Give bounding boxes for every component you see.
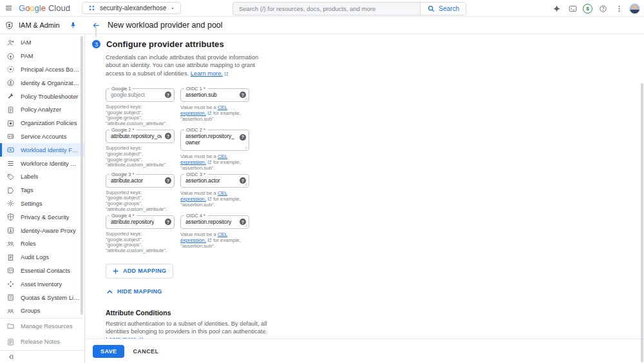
search-button[interactable]: Search <box>420 3 466 15</box>
sidebar-item[interactable]: Workload Identity Federation <box>0 143 84 157</box>
sidebar-item[interactable]: PAM <box>0 50 84 63</box>
sidebar-item[interactable]: Principal Access Boundary <box>0 63 84 77</box>
project-selector[interactable]: security-alexanderhose <box>82 2 181 14</box>
help-question-icon[interactable]: ? <box>165 92 171 98</box>
sidebar-item-label: Service Accounts <box>21 133 66 140</box>
oidc-field-label: OIDC 2 * <box>184 127 207 133</box>
sidebar-item[interactable]: Groups <box>0 304 84 318</box>
sidebar-item[interactable]: Identity & Organization <box>0 76 84 90</box>
sidebar-item[interactable]: IAM <box>0 36 84 50</box>
chevron-up-icon <box>106 288 114 296</box>
collapse-nav-icon[interactable] <box>5 351 15 362</box>
sidebar-item-icon <box>6 173 15 181</box>
iam-admin-shield-icon <box>5 21 14 30</box>
external-link-icon <box>207 160 212 164</box>
cloud-shell-icon[interactable] <box>567 3 578 14</box>
hamburger-menu-icon[interactable] <box>0 0 17 17</box>
sidebar-item-icon <box>6 132 15 141</box>
search-button-label: Search <box>439 5 459 12</box>
main-scrollbar[interactable] <box>641 83 643 362</box>
resize-handle-icon[interactable] <box>243 96 248 101</box>
sidebar-item-label: Privacy & Security <box>21 214 69 221</box>
google-attribute-field[interactable]: Google 2 * attribute.repository_owner ? <box>106 130 175 143</box>
sidebar-item-icon <box>6 79 15 87</box>
stepper-connector-line <box>95 26 97 37</box>
step-description-text: Credentials can include attributes that … <box>106 54 258 77</box>
sidebar-item[interactable]: Release Notes <box>0 334 84 350</box>
form-area: 3 Configure provider attributes Credenti… <box>86 34 639 338</box>
external-link-icon <box>207 111 212 115</box>
add-mapping-button[interactable]: ADD MAPPING <box>106 264 173 279</box>
google-attribute-field[interactable]: Google 3 * attribute.actor ? <box>106 174 175 188</box>
google-cloud-logo[interactable]: Google Cloud <box>19 3 70 13</box>
billing-credit-badge[interactable]: $ <box>583 4 592 14</box>
help-question-icon[interactable]: ? <box>240 134 246 141</box>
sidebar-item[interactable]: Identity-Aware Proxy <box>0 224 84 237</box>
sidebar-scrollbar[interactable] <box>80 36 83 315</box>
sidebar-item-label: Tags <box>21 187 33 193</box>
save-button[interactable]: SAVE <box>93 345 124 358</box>
external-link-icon <box>207 238 212 242</box>
sidebar-item-label: Labels <box>21 173 38 180</box>
sidebar-item[interactable]: Essential Contacts <box>0 264 84 278</box>
sidebar-item[interactable]: Workforce Identity Federation <box>0 157 84 170</box>
sidebar-item-label: Roles <box>21 240 36 247</box>
sidebar-item[interactable]: Quotas & System Limits <box>0 291 84 304</box>
google-field-label: Google 1 <box>109 86 133 92</box>
search-input[interactable] <box>233 3 420 15</box>
sidebar-item[interactable]: Privacy & Security <box>0 210 84 224</box>
app-bar: Google Cloud security-alexanderhose Sear… <box>0 0 644 17</box>
sidebar-item-icon <box>6 186 15 195</box>
sidebar-item-icon <box>6 92 15 101</box>
oidc-field-value: assertion.sub <box>185 92 217 98</box>
help-question-icon[interactable]: ? <box>165 133 171 139</box>
google-attribute-field[interactable]: Google 1 google.subject ? <box>106 88 175 102</box>
sidebar-item[interactable]: Organization Policies <box>0 117 84 130</box>
sidebar-item[interactable]: Audit Logs <box>0 251 84 264</box>
topbar-icons: $ <box>551 0 640 17</box>
cancel-button[interactable]: CANCEL <box>133 348 158 355</box>
attribute-conditions-description: Restrict authentication to a subset of i… <box>106 320 274 338</box>
help-question-icon[interactable]: ? <box>165 177 171 184</box>
resize-handle-icon[interactable] <box>243 145 248 150</box>
sidebar-item[interactable]: Policy Analyzer <box>0 103 84 117</box>
sidebar-item[interactable]: Tags <box>0 184 84 197</box>
sidebar-item-icon <box>6 159 15 168</box>
oidc-field-value: assertion.repository <box>185 219 231 225</box>
sidebar-item-icon <box>6 240 15 248</box>
cel-helper-prefix: Value must be a <box>180 190 218 196</box>
hide-mapping-button[interactable]: HIDE MAPPING <box>106 288 162 296</box>
supported-keys-helper: Supported keys: "google.subject", "googl… <box>106 104 175 127</box>
oidc-field-value: assertion.repository_owner <box>185 133 236 146</box>
help-icon[interactable] <box>597 3 609 14</box>
account-avatar[interactable] <box>629 3 640 14</box>
external-link-icon <box>207 197 212 201</box>
more-options-icon[interactable] <box>613 3 625 14</box>
gemini-icon[interactable] <box>551 3 562 14</box>
oidc-field-value: assertion.actor <box>185 177 220 184</box>
oidc-attribute-field[interactable]: OIDC 4 * assertion.repository ? <box>180 215 249 229</box>
attribute-mappings: Google 1 google.subject ? Supported keys… <box>106 88 639 254</box>
google-attribute-field[interactable]: Google 4 * attribute.repository ? <box>106 215 175 229</box>
sidebar-item-label: Audit Logs <box>21 254 49 260</box>
sidebar-item[interactable]: Asset Inventory <box>0 277 84 291</box>
oidc-attribute-field[interactable]: OIDC 1 * assertion.sub ? <box>180 88 249 102</box>
resize-handle-icon[interactable] <box>243 223 248 228</box>
sidebar-item[interactable]: Policy Troubleshooter <box>0 90 84 103</box>
learn-more-link[interactable]: Learn more. <box>191 70 223 77</box>
logo-cloud-text: Cloud <box>48 3 70 13</box>
resize-handle-icon[interactable] <box>243 182 248 186</box>
sidebar-item[interactable]: Settings <box>0 197 84 211</box>
pin-icon[interactable] <box>69 21 77 30</box>
attribute-conditions-title: Attribute Conditions <box>106 309 639 317</box>
oidc-attribute-field[interactable]: OIDC 3 * assertion.actor ? <box>180 174 249 188</box>
sidebar-item[interactable]: Manage Resources <box>0 318 84 334</box>
sidebar-item[interactable]: Roles <box>0 237 84 251</box>
sidebar-item-label: Workforce Identity Federation <box>21 161 80 167</box>
sidebar-item[interactable]: Labels <box>0 170 84 184</box>
back-arrow-icon[interactable] <box>92 21 100 30</box>
sidebar-item-label: Identity-Aware Proxy <box>21 228 76 234</box>
oidc-attribute-field[interactable]: OIDC 2 * assertion.repository_owner ? <box>180 130 249 151</box>
help-question-icon[interactable]: ? <box>165 219 171 225</box>
sidebar-item[interactable]: Service Accounts <box>0 130 84 144</box>
